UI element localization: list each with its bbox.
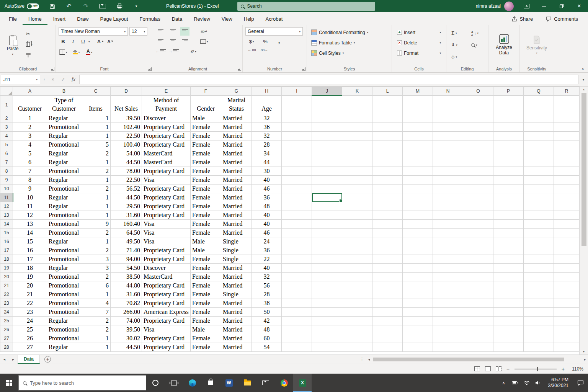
cell-H20[interactable]: 32 [252,273,282,281]
cell-Q23[interactable] [524,299,554,308]
cell-P15[interactable] [493,229,524,237]
menu-tab-insert[interactable]: Insert [47,12,72,25]
cell-I10[interactable] [282,185,312,193]
cell-M15[interactable] [403,229,433,237]
battery-button[interactable] [510,374,521,392]
cell-B17[interactable]: Promotional [47,246,81,255]
row-header-17[interactable]: 17 [0,246,13,255]
cell-I23[interactable] [282,299,312,308]
cell-J21[interactable] [312,281,342,290]
cell-L7[interactable] [372,158,403,167]
menu-tab-view[interactable]: View [216,12,238,25]
cell-I7[interactable] [282,158,312,167]
cell-C9[interactable]: 1 [81,176,111,185]
cell-C21[interactable]: 6 [81,281,111,290]
column-header-H[interactable]: H [252,87,282,96]
redo-button[interactable]: ↷ [77,0,94,12]
cell-F6[interactable]: Female [191,149,221,158]
cell-P3[interactable] [493,123,524,132]
cell-E21[interactable]: Proprietary Card [142,281,191,290]
column-header-O[interactable]: O [463,87,493,96]
cell-N10[interactable] [433,185,463,193]
cell-O1[interactable] [463,96,493,114]
cell-O18[interactable] [463,255,493,264]
collapse-ribbon-button[interactable]: ∧ [581,67,584,71]
wrap-text-button[interactable]: ab↵ [199,27,209,36]
cell-J4[interactable] [312,132,342,140]
cell-O12[interactable] [463,202,493,211]
cell-N20[interactable] [433,273,463,281]
menu-tab-review[interactable]: Review [188,12,216,25]
cell-K24[interactable] [342,308,372,317]
row-header-18[interactable]: 18 [0,255,13,264]
cell-B14[interactable]: Promotional [47,220,81,229]
undo-button[interactable]: ↶ [60,0,77,12]
cell-D17[interactable]: 71.40 [111,246,142,255]
cell-J25[interactable] [312,317,342,325]
vertical-scroll-thumb[interactable] [581,93,586,246]
horizontal-scroll-track[interactable] [372,357,582,362]
cell-E3[interactable]: Proprietary Card [142,123,191,132]
accounting-format-button[interactable]: $▾ [247,37,256,46]
cell-H15[interactable]: 46 [252,229,282,237]
cell-L14[interactable] [372,220,403,229]
cell-G10[interactable]: Married [221,185,252,193]
cell-H6[interactable]: 34 [252,149,282,158]
align-left-button[interactable] [156,37,165,46]
cell-P8[interactable] [493,167,524,176]
cell-D24[interactable]: 266.00 [111,308,142,317]
cell-L15[interactable] [372,229,403,237]
cell-N25[interactable] [433,317,463,325]
cell-M26[interactable] [403,325,433,334]
cell-P5[interactable] [493,140,524,149]
cell-G25[interactable]: Married [221,317,252,325]
cell-H22[interactable]: 28 [252,290,282,299]
format-as-table-button[interactable]: Format as Table ▾ [310,38,389,48]
cell-D16[interactable]: 49.50 [111,237,142,246]
cell-B5[interactable]: Promotional [47,140,81,149]
cell-M10[interactable] [403,185,433,193]
sort-filter-button[interactable]: AZ↓▾ [469,31,489,36]
cell-O17[interactable] [463,246,493,255]
cell-J20[interactable] [312,273,342,281]
font-dialog-launcher[interactable] [148,67,152,71]
cell-L21[interactable] [372,281,403,290]
store-button[interactable] [201,374,220,392]
cell-H10[interactable]: 46 [252,185,282,193]
cell-J1[interactable] [312,96,342,114]
cell-F11[interactable]: Female [191,193,221,202]
comma-style-button[interactable]: , [274,37,284,46]
cell-N14[interactable] [433,220,463,229]
cell-C20[interactable]: 2 [81,273,111,281]
cell-I9[interactable] [282,176,312,185]
cell-D11[interactable]: 44.50 [111,193,142,202]
merge-center-button[interactable]: ↔▾ [199,37,209,46]
cell-D22[interactable]: 31.60 [111,290,142,299]
underline-button[interactable]: U [78,37,88,46]
cell-P11[interactable] [493,193,524,202]
cell-D21[interactable]: 44.80 [111,281,142,290]
previous-sheet-arrow[interactable]: ◂ [0,357,9,361]
cell-L27[interactable] [372,334,403,343]
cell-R8[interactable] [554,167,580,176]
cell-C5[interactable]: 5 [81,140,111,149]
next-sheet-arrow[interactable]: ▸ [9,357,18,361]
cell-M18[interactable] [403,255,433,264]
cell-M22[interactable] [403,290,433,299]
cell-C1[interactable]: Items [81,96,111,114]
cell-R13[interactable] [554,211,580,220]
cell-J23[interactable] [312,299,342,308]
delete-cells-button[interactable]: × Delete ▾ [395,38,443,48]
cell-J28[interactable] [312,343,342,352]
cell-B9[interactable]: Regular [47,176,81,185]
taskbar-search-input[interactable] [30,380,142,386]
cell-M23[interactable] [403,299,433,308]
select-all-button[interactable] [0,87,13,96]
cell-D15[interactable]: 64.50 [111,229,142,237]
cell-F8[interactable]: Female [191,167,221,176]
cell-Q6[interactable] [524,149,554,158]
cell-K5[interactable] [342,140,372,149]
cell-J19[interactable] [312,264,342,273]
cell-G14[interactable]: Married [221,220,252,229]
cell-K3[interactable] [342,123,372,132]
